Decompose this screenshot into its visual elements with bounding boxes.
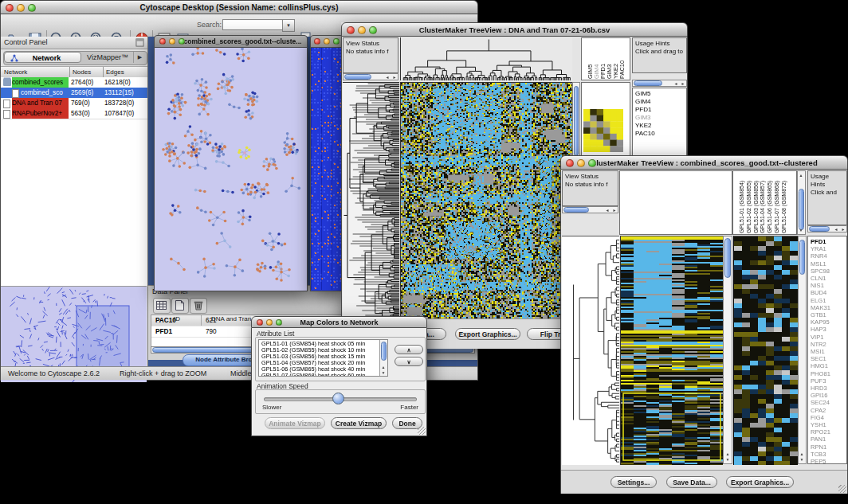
close-button[interactable] [347,26,355,34]
settings-button[interactable]: Settings... [610,476,657,488]
scroll-left-icon[interactable]: ◄ [604,208,610,213]
scroll-right-icon[interactable]: ► [840,227,846,232]
tv2-labels-vscrollbar[interactable]: ▲ ▼ [797,170,806,235]
gene-name[interactable]: PUF3 [811,377,844,385]
search-dropdown-arrow[interactable]: ▼ [282,19,295,32]
move-down-button[interactable]: ∨ [395,357,423,366]
gene-name[interactable]: GIM5 [635,90,684,98]
gene-name[interactable]: RNR4 [811,252,844,260]
tv2-column-label[interactable]: GPL51-01 (GSM854) [739,181,744,233]
scroll-up-icon[interactable]: ▲ [724,451,731,456]
search-input[interactable] [222,19,285,30]
save-data-button[interactable]: Save Data... [666,476,717,488]
gene-name[interactable]: MAK31 [811,304,844,311]
close-button[interactable] [6,4,14,12]
tab-overflow-arrow[interactable]: ▶ [133,52,146,63]
gene-name[interactable]: KAP95 [811,318,844,326]
dialog-titlebar[interactable]: Map Colors to Network [251,316,427,328]
col-edges[interactable]: Edges [106,68,124,76]
zoom-button[interactable] [179,38,185,45]
gene-name[interactable]: PHO81 [811,370,844,377]
tv2-row-dendrogram[interactable] [562,236,619,465]
gene-name[interactable]: GIM3 [635,114,684,122]
tv2-status-scrollbar[interactable]: ◄ ► [562,206,618,213]
close-button[interactable] [159,38,166,45]
network-table-row[interactable]: combined_sco2569(6)13112(15) [1,88,147,98]
gene-name[interactable]: NIS1 [811,282,844,289]
tv2-column-label[interactable]: GPL51-04 (GSM857) [760,181,765,233]
tv2-column-label[interactable]: GPL51-02 (GSM855) [746,181,752,233]
gene-name[interactable]: NTR2 [811,341,844,348]
close-button[interactable] [314,38,320,45]
col-nodes[interactable]: Nodes [73,68,91,76]
tv2-column-label[interactable]: GPL51-07 (GSM868) [774,181,779,233]
float-panel-icon[interactable] [135,38,144,47]
treeview2-titlebar[interactable]: ClusterMaker TreeView : combined_scores_… [560,155,848,170]
gene-name[interactable]: RPO21 [811,428,844,436]
network-name[interactable]: combined_sco [21,88,69,98]
zoom-button[interactable] [588,159,596,167]
tv1-column-dendrogram[interactable] [400,37,572,80]
scroll-up-icon[interactable]: ▲ [798,173,804,178]
gene-name[interactable]: SPC98 [811,268,844,275]
zoom-button[interactable] [28,4,36,12]
minimize-button[interactable] [266,319,273,326]
attribute-list-vscrollbar[interactable]: ▲ ▼ [379,340,387,376]
gene-name[interactable]: GIM4 [635,98,684,106]
tv1-usage-scrollbar[interactable]: ◄ ► [632,80,687,87]
scroll-up-icon[interactable]: ▲ [799,451,805,456]
gene-name[interactable]: MSI1 [811,348,844,355]
export-graphics-button[interactable]: Export Graphics... [455,328,520,340]
tv1-status-scrollbar[interactable]: ◄ ► [343,73,398,80]
gene-name[interactable]: YSH1 [811,421,844,428]
tv1-heatmap[interactable] [400,82,572,319]
network-view-titlebar[interactable]: combined_scores_good.txt--cluste... [154,35,308,48]
new-attribute-button[interactable] [171,298,189,314]
network-name[interactable]: DNA and Tran 07 [12,98,69,108]
gene-name[interactable]: CPA2 [811,407,844,414]
tv2-zoom-heatmap[interactable] [733,236,798,465]
gene-name[interactable]: PAN1 [811,436,844,443]
gene-name[interactable]: BUD4 [811,289,844,296]
gene-name[interactable]: GPI16 [811,392,844,399]
gene-name[interactable]: PAC10 [635,130,684,138]
scroll-down-icon[interactable]: ▼ [798,228,804,232]
scroll-right-icon[interactable]: ► [611,208,618,213]
tv1-row-dendrogram[interactable] [343,82,399,319]
scroll-up-icon[interactable]: ▲ [380,365,387,369]
gene-name[interactable]: MSL1 [811,260,844,268]
close-button[interactable] [566,159,574,167]
minimize-button[interactable] [577,159,585,167]
tv2-gene-list[interactable]: PFD1YRA1RNR4MSL1SPC98CLN1NIS1BUD4ELG1MAK… [807,236,847,464]
col-network[interactable]: Network [4,68,27,76]
zoom-button[interactable] [333,38,340,45]
gene-name[interactable]: PEP5 [811,458,844,464]
scroll-left-icon[interactable]: ◄ [673,81,679,86]
gene-name[interactable]: YKE2 [635,122,684,130]
tv1-zoom-heatmap[interactable] [583,109,623,152]
tv2-heatmap-vscrollbar[interactable]: ▲ ▼ [723,236,732,464]
animate-vizmap-button[interactable]: Animate Vizmap [265,417,325,429]
tv2-column-label[interactable]: GPL51-03 (GSM856) [753,181,759,233]
scroll-right-icon[interactable]: ► [680,81,686,86]
treeview1-titlebar[interactable]: ClusterMaker TreeView : DNA and Tran 07-… [341,22,688,37]
gene-name[interactable]: FIG4 [811,414,844,421]
gene-name[interactable]: CLN1 [811,275,844,282]
tv2-column-label[interactable]: GPL51-06 (GSM865) [767,181,772,233]
move-up-button[interactable]: ∧ [395,345,423,354]
gene-name[interactable]: SEC1 [811,355,844,362]
scroll-down-icon[interactable]: ▼ [380,370,387,375]
resize-grip[interactable] [838,485,846,493]
zoom-button[interactable] [369,26,377,34]
scroll-down-icon[interactable]: ▼ [799,457,805,462]
resize-grip[interactable] [418,427,426,435]
create-vizmap-button[interactable]: Create Vizmap [331,417,387,429]
main-titlebar[interactable]: Cytoscape Desktop (Session Name: collins… [0,0,478,14]
gene-name[interactable]: RPN1 [811,443,844,451]
minimize-button[interactable] [169,38,175,45]
gene-name[interactable]: TCB3 [811,451,844,458]
tab-vizmapper[interactable]: VizMapper™ [82,52,133,63]
gene-name[interactable]: GTB1 [811,311,844,318]
network-table-row[interactable]: RNAPuberNov2+563(0)107847(0) [1,108,147,119]
gene-name[interactable]: HAP3 [811,326,844,333]
